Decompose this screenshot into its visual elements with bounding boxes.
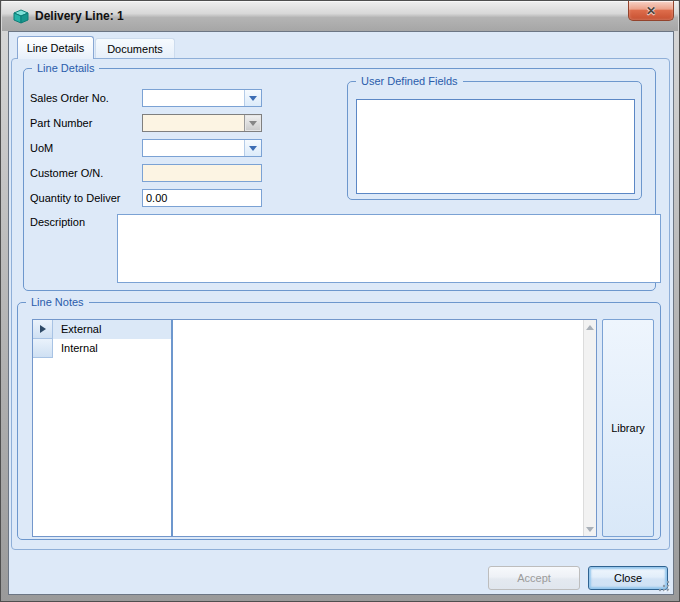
customer-on-field[interactable]: [142, 164, 262, 182]
close-button[interactable]: ✕: [628, 1, 674, 21]
chevron-down-icon: [249, 146, 257, 151]
notes-scrollbar[interactable]: [583, 320, 596, 536]
quantity-label: Quantity to Deliver: [30, 189, 120, 207]
customer-on-input[interactable]: [143, 165, 261, 181]
accept-button[interactable]: Accept: [488, 566, 580, 590]
close-icon: ✕: [646, 5, 656, 17]
scroll-down-button[interactable]: [584, 522, 596, 536]
line-details-group-label: Line Details: [32, 62, 99, 75]
chevron-down-icon: [249, 121, 257, 126]
part-number-combobox: [142, 114, 262, 132]
note-text-area[interactable]: [173, 320, 583, 536]
sales-order-combobox[interactable]: [142, 89, 262, 107]
note-row-selector[interactable]: [33, 339, 53, 358]
note-category-internal[interactable]: Internal: [53, 339, 171, 358]
note-row-selector[interactable]: [33, 320, 53, 339]
sales-order-label: Sales Order No.: [30, 89, 109, 107]
scroll-down-icon: [586, 527, 594, 532]
scroll-up-icon: [586, 325, 594, 330]
note-textarea[interactable]: [173, 320, 583, 536]
window-title: Delivery Line: 1: [35, 9, 124, 23]
resize-grip-icon[interactable]: [657, 579, 671, 593]
dialog-window: Delivery Line: 1 ✕ Line Details Document…: [0, 0, 680, 602]
line-details-group: Line Details Sales Order No. Part Number…: [23, 68, 656, 291]
tab-line-details[interactable]: Line Details: [17, 36, 94, 59]
uom-dropdown-button[interactable]: [244, 140, 261, 156]
user-defined-fields-label: User Defined Fields: [356, 75, 463, 88]
package-icon: [13, 9, 29, 24]
sales-order-dropdown-button[interactable]: [244, 90, 261, 106]
user-defined-fields-group: User Defined Fields: [347, 81, 642, 200]
chevron-down-icon: [249, 96, 257, 101]
description-field[interactable]: [117, 214, 661, 283]
line-notes-grid: External Internal: [32, 319, 597, 537]
line-notes-group-label: Line Notes: [26, 296, 89, 309]
part-number-label: Part Number: [30, 114, 92, 132]
note-category-external[interactable]: External: [53, 320, 171, 339]
row-selector-icon: [40, 325, 46, 333]
quantity-field[interactable]: [142, 189, 262, 207]
description-textarea[interactable]: [118, 215, 660, 282]
close-dialog-button[interactable]: Close: [588, 566, 668, 590]
line-notes-group: Line Notes External Internal: [17, 302, 661, 540]
part-number-dropdown-button: [244, 115, 261, 131]
user-defined-fields-panel: [356, 99, 635, 194]
titlebar[interactable]: Delivery Line: 1 ✕: [2, 1, 678, 31]
uom-combobox[interactable]: [142, 139, 262, 157]
scroll-up-button[interactable]: [584, 320, 596, 334]
dialog-body: Line Details Documents Line Details Sale…: [8, 31, 674, 595]
uom-label: UoM: [30, 139, 53, 157]
tab-documents[interactable]: Documents: [95, 38, 175, 58]
library-button[interactable]: Library: [602, 319, 654, 537]
description-label: Description: [30, 213, 85, 231]
customer-on-label: Customer O/N.: [30, 164, 103, 182]
quantity-input[interactable]: [143, 190, 261, 206]
